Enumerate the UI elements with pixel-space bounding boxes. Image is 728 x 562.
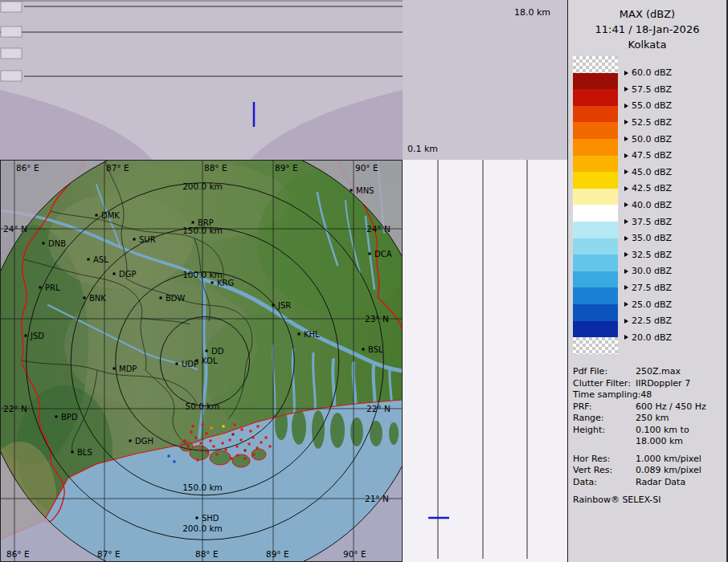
city-label: BRP (198, 218, 214, 227)
info-value: 1.000 km/pixel (636, 454, 713, 466)
radar-canvas[interactable]: 18.0 km 0.1 km (0, 0, 567, 562)
latlon-label: 86° E (6, 549, 30, 559)
legend-swatch (573, 172, 618, 189)
legend-swatch (573, 255, 618, 271)
legend-threshold-label: 55.0 dBZ (624, 101, 672, 111)
radar-echo (257, 426, 260, 428)
city-dot (176, 363, 178, 365)
info-row: Range:250 km (573, 413, 726, 425)
latlon-label: 22° N (366, 404, 391, 413)
legend-threshold-label: 50.0 dBZ (624, 134, 672, 144)
radar-echo (248, 443, 251, 446)
info-value: Radar Data (636, 477, 713, 489)
info-value: IIRDoppler 7 (636, 378, 713, 390)
latlon-label: 89° E (266, 549, 289, 559)
city-dot (43, 242, 45, 245)
latlon-label: 24° N (366, 224, 391, 234)
info-label: Data: (573, 477, 636, 489)
legend-tick-icon (624, 219, 628, 224)
city-label: DCA (374, 250, 392, 259)
info-value: 600 Hz / 450 Hz (636, 401, 713, 413)
reflectivity-legend: 60.0 dBZ57.5 dBZ55.0 dBZ52.5 dBZ50.0 dBZ… (573, 56, 726, 355)
legend-threshold-label: 22.5 dBZ (624, 316, 672, 326)
legend-tick-icon (624, 319, 628, 324)
legend-tick-icon (624, 153, 628, 158)
legend-swatch (573, 222, 618, 238)
legend-tick-icon (624, 269, 628, 274)
legend-threshold-label: 42.5 dBZ (624, 184, 672, 193)
profile-max-height-label: 18.0 km (514, 7, 550, 18)
city-label: BPD (61, 413, 78, 422)
radar-echo (187, 446, 190, 449)
radar-echo (200, 442, 202, 445)
radar-echo (234, 424, 236, 426)
product-type-title: MAX (dBZ) (568, 6, 726, 22)
info-label: PRF: (573, 401, 636, 413)
radar-echo (222, 442, 224, 445)
city-label: PRL (45, 283, 60, 292)
radar-echo (216, 454, 219, 456)
radar-echo (260, 442, 263, 444)
radar-echo (207, 451, 209, 454)
info-label: Clutter Filter: (573, 378, 636, 390)
city-label: SUR (139, 235, 156, 244)
city-dot (39, 287, 42, 289)
legend-threshold-label: 45.0 dBZ (624, 167, 672, 177)
info-row: Time sampling:48 (573, 389, 726, 401)
radar-echo (202, 424, 204, 426)
radar-echo (206, 433, 208, 435)
city-label: SHD (202, 514, 219, 523)
city-label: BLS (77, 448, 92, 457)
range-ring-label: 200.0 km (182, 523, 223, 533)
info-label: Hor Res: (573, 454, 636, 466)
info-row: Vert Res:0.089 km/pixel (573, 465, 726, 477)
legend-swatch (573, 271, 618, 288)
city-dot (369, 253, 371, 255)
profile-scale-corner: 18.0 km 0.1 km (403, 0, 567, 160)
map-area[interactable]: 200.0 km150.0 km100.0 km50.0 km150.0 km2… (0, 138, 428, 562)
radar-echo (240, 439, 243, 442)
city-dot (129, 440, 132, 442)
city-label: DGH (135, 437, 153, 446)
city-label: ASL (93, 255, 108, 264)
legend-threshold-label: 40.0 dBZ (624, 200, 672, 210)
city-dot (113, 368, 116, 370)
latlon-label: 90° E (355, 163, 378, 173)
info-value: 250Z.max (636, 366, 713, 378)
legend-swatch (573, 156, 618, 173)
radar-echo (244, 450, 247, 452)
radar-echo (253, 454, 256, 456)
radar-echo (195, 437, 198, 439)
legend-tick-icon (624, 302, 628, 307)
city-label: BDW (166, 294, 186, 303)
city-dot (350, 189, 353, 192)
radar-display[interactable]: 18.0 km 0.1 km (0, 0, 567, 562)
info-row: Clutter Filter:IIRDoppler 7 (573, 378, 726, 390)
legend-threshold-label: 25.0 dBZ (624, 299, 672, 309)
city-label: JSR (277, 301, 291, 310)
city-dot (298, 333, 301, 336)
legend-swatch (573, 287, 618, 304)
radar-echo (237, 454, 239, 457)
right-profile-panel (403, 160, 567, 562)
range-ring-label: 200.0 km (182, 181, 223, 191)
legend-threshold-label: 32.5 dBZ (624, 250, 672, 259)
info-label: Vert Res: (573, 465, 636, 477)
radar-echo (211, 427, 213, 430)
radar-echo (168, 455, 170, 458)
info-panel: MAX (dBZ) 11:41 / 18-Jan-2026 Kolkata 60… (567, 0, 728, 562)
legend-swatch (573, 304, 618, 321)
legend-threshold-label: 27.5 dBZ (624, 283, 672, 292)
city-label: KOL (202, 356, 218, 365)
legend-threshold-label: 35.0 dBZ (624, 234, 672, 243)
info-row: Height:0.100 km to 18.000 km (573, 425, 726, 448)
radar-echo (190, 431, 193, 434)
latlon-label: 89° E (275, 163, 298, 173)
legend-tick-icon (624, 87, 628, 92)
info-label: Range: (573, 413, 636, 425)
latlon-label: 24° N (3, 224, 27, 234)
info-row: Hor Res:1.000 km/pixel (573, 454, 726, 466)
range-ring-label: 150.0 km (182, 483, 223, 492)
legend-swatch (573, 89, 618, 106)
legend-threshold-label: 60.0 dBZ (624, 68, 672, 78)
